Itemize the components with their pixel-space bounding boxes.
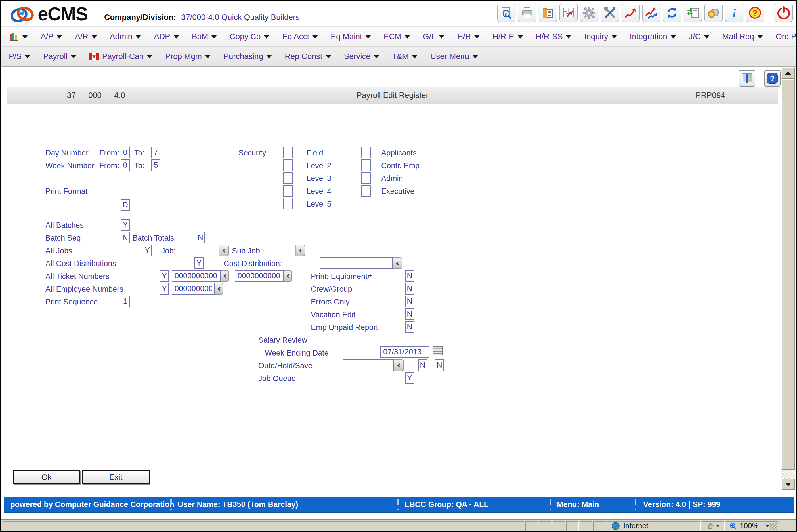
- data-transfer-button[interactable]: [684, 4, 702, 22]
- print-sequence-field[interactable]: 1: [121, 296, 130, 307]
- menu-item-admin[interactable]: Admin: [110, 32, 141, 41]
- ticket-to-input[interactable]: [235, 270, 283, 282]
- menu-item-service[interactable]: Service: [344, 52, 379, 61]
- all-cost-distributions-field[interactable]: Y: [194, 257, 204, 269]
- save-flag-field[interactable]: N: [435, 360, 444, 371]
- menu-item-hr-ss[interactable]: H/R-SS: [536, 32, 571, 41]
- menu-item-ar[interactable]: A/R: [75, 32, 97, 41]
- week-number-from-field[interactable]: 0: [121, 159, 130, 171]
- menu-item-rep-const[interactable]: Rep Const: [285, 52, 331, 61]
- cost-distribution-lookup-button[interactable]: [392, 257, 402, 269]
- emp-unpaid-report-field[interactable]: N: [405, 321, 414, 333]
- employee-from-lookup-button[interactable]: [215, 283, 223, 294]
- menu-item-hr-e[interactable]: H/R-E: [493, 32, 522, 41]
- errors-only-field[interactable]: N: [405, 296, 414, 307]
- preview-button[interactable]: e: [497, 4, 516, 22]
- week-number-to-field[interactable]: 5: [151, 159, 160, 171]
- employee-from-input[interactable]: [172, 283, 215, 294]
- security-contr-emp-checkbox[interactable]: [361, 159, 371, 171]
- day-number-to-field[interactable]: 7: [151, 147, 160, 158]
- vertical-scrollbar[interactable]: [781, 67, 795, 490]
- job-lookup-button[interactable]: [219, 245, 229, 256]
- scrollbar-thumb[interactable]: [781, 79, 795, 470]
- security-level4-checkbox[interactable]: [283, 185, 293, 197]
- trend-chart-button[interactable]: [622, 4, 640, 22]
- cost-distribution-input[interactable]: [320, 257, 392, 269]
- menu-item-payroll-can[interactable]: Payroll-Can: [89, 52, 152, 61]
- ok-button[interactable]: Ok: [13, 470, 80, 484]
- all-employee-numbers-field[interactable]: Y: [160, 283, 169, 294]
- security-level2-checkbox[interactable]: [283, 159, 293, 171]
- resize-grip[interactable]: [770, 522, 777, 530]
- ticket-from-lookup-button[interactable]: [221, 270, 229, 282]
- outq-lookup-button[interactable]: [394, 360, 404, 371]
- security-field-checkbox[interactable]: [283, 147, 293, 158]
- job-queue-field[interactable]: Y: [405, 372, 414, 384]
- print-button[interactable]: [518, 4, 536, 22]
- menu-item-prop-mgm[interactable]: Prop Mgm: [165, 52, 210, 61]
- menu-item-payroll[interactable]: Payroll: [43, 52, 76, 61]
- hold-flag-field[interactable]: N: [418, 360, 427, 371]
- day-number-from-field[interactable]: 0: [121, 147, 130, 158]
- menu-item-bom[interactable]: BoM: [192, 32, 217, 41]
- refresh-button[interactable]: [663, 4, 681, 22]
- all-jobs-field[interactable]: Y: [143, 245, 152, 256]
- week-ending-date-input[interactable]: [380, 346, 429, 358]
- compare-chart-button[interactable]: [642, 4, 661, 22]
- outq-input[interactable]: [342, 360, 394, 371]
- menu-item-tm[interactable]: T&M: [392, 52, 417, 61]
- info-button[interactable]: i: [725, 4, 743, 22]
- menu-item-ap[interactable]: A/P: [41, 32, 62, 41]
- all-batches-field[interactable]: Y: [121, 219, 130, 231]
- ticket-from-input[interactable]: [172, 270, 221, 282]
- menu-item-copy-co[interactable]: Copy Co: [229, 32, 269, 41]
- job-input[interactable]: [177, 245, 219, 256]
- menu-item-eq-acct[interactable]: Eq Acct: [282, 32, 318, 41]
- sub-job-lookup-button[interactable]: [295, 245, 305, 256]
- menu-item-charts[interactable]: [9, 32, 27, 42]
- split-view-button[interactable]: [739, 70, 755, 87]
- security-level3-checkbox[interactable]: [283, 172, 293, 184]
- menu-item-gl[interactable]: G/L: [423, 32, 444, 41]
- tools-button[interactable]: [601, 4, 619, 22]
- security-applicants-checkbox[interactable]: [361, 147, 371, 158]
- scrollbar-track[interactable]: [781, 470, 795, 479]
- print-equipment-field[interactable]: N: [405, 270, 414, 282]
- ticket-to-lookup-button[interactable]: [283, 270, 292, 282]
- batch-seq-field[interactable]: N: [121, 232, 130, 244]
- menu-item-eq-maint[interactable]: Eq Maint: [331, 32, 371, 41]
- menu-item-ps[interactable]: P/S: [9, 52, 30, 61]
- menu-item-ord-proc[interactable]: Ord Proc: [776, 32, 797, 41]
- calendar-button[interactable]: [432, 345, 443, 356]
- security-executive-checkbox[interactable]: [361, 185, 371, 197]
- security-admin-checkbox[interactable]: [361, 172, 371, 184]
- batch-documents-button[interactable]: [539, 4, 557, 22]
- menu-item-user-menu[interactable]: User Menu: [430, 52, 478, 61]
- scroll-up-button[interactable]: [781, 67, 795, 79]
- help-button[interactable]: ?: [746, 4, 764, 22]
- menu-item-matl-req[interactable]: Matl Req: [722, 32, 763, 41]
- batch-totals-field[interactable]: N: [196, 232, 205, 244]
- menu-item-jc[interactable]: J/C: [689, 32, 709, 41]
- menu-item-adp[interactable]: ADP: [154, 32, 179, 41]
- zoom-control[interactable]: 100%: [726, 521, 778, 531]
- crew-group-field[interactable]: N: [405, 283, 414, 294]
- sub-job-input[interactable]: [265, 245, 295, 256]
- vacation-edit-field[interactable]: N: [405, 308, 414, 320]
- help-window-button[interactable]: ?: [764, 70, 781, 87]
- financials-button[interactable]: [704, 4, 723, 22]
- schedule-button[interactable]: [559, 4, 578, 22]
- protected-mode-panel[interactable]: [702, 521, 725, 531]
- logout-button[interactable]: [775, 4, 793, 22]
- print-format-field[interactable]: D: [121, 199, 130, 211]
- exit-button[interactable]: Exit: [82, 470, 150, 484]
- menu-item-purchasing[interactable]: Purchasing: [223, 52, 272, 61]
- menu-item-inquiry[interactable]: Inquiry: [584, 32, 616, 41]
- all-ticket-numbers-field[interactable]: Y: [160, 270, 169, 282]
- menu-item-hr[interactable]: H/R: [457, 32, 479, 41]
- menu-item-ecm[interactable]: ECM: [384, 32, 410, 41]
- security-level5-checkbox[interactable]: [283, 198, 293, 209]
- settings-button[interactable]: [580, 4, 598, 22]
- scroll-down-button[interactable]: [781, 479, 795, 490]
- menu-item-integration[interactable]: Integration: [630, 32, 676, 41]
